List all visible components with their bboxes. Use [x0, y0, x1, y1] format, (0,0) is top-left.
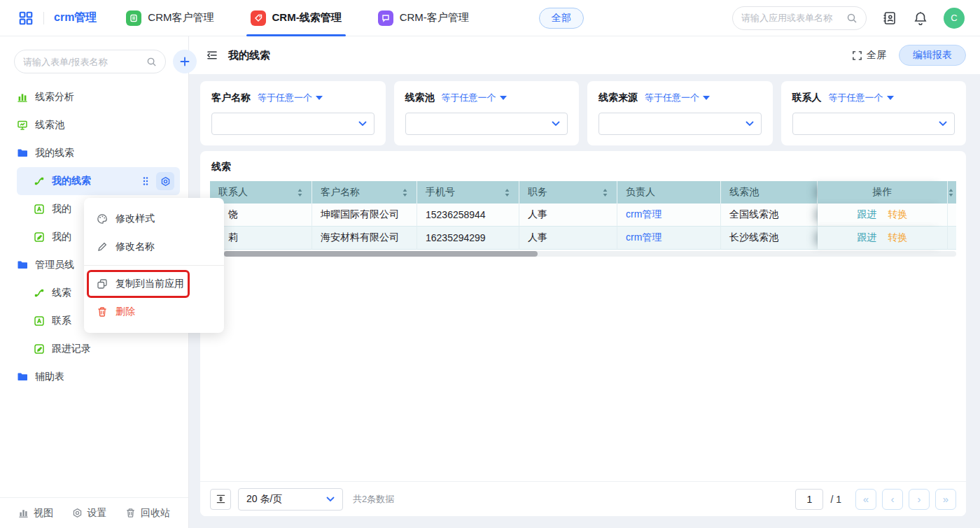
- all-apps-pill[interactable]: 全部: [539, 8, 584, 29]
- form-search-input[interactable]: [23, 57, 146, 67]
- folder-icon: [17, 259, 28, 271]
- form-search-box[interactable]: [14, 50, 166, 73]
- tab-crm-client-mgmt[interactable]: CRM-客户管理: [378, 0, 469, 36]
- recycle-bin-button[interactable]: 回收站: [125, 507, 170, 520]
- sidebar-folder-aux-tables[interactable]: 辅助表: [0, 363, 188, 391]
- col-header-job[interactable]: 职务: [519, 181, 617, 204]
- sidebar-item-followup-records[interactable]: 跟进记录: [0, 335, 188, 363]
- current-app-link[interactable]: crm管理: [54, 10, 97, 25]
- user-avatar[interactable]: C: [944, 8, 965, 29]
- row-height-button[interactable]: [210, 489, 231, 510]
- menu-item-label: 修改名称: [115, 241, 155, 253]
- main-header: 我的线索 全屏 编辑报表: [189, 36, 980, 74]
- sort-icon[interactable]: [402, 188, 408, 197]
- menu-item-copy-to-app[interactable]: 复制到当前应用: [84, 270, 224, 298]
- tab-crm-lead-mgmt[interactable]: CRM-线索管理: [251, 0, 342, 36]
- filter-card-lead-pool: 线索池 等于任意一个: [394, 81, 580, 145]
- board-icon: [17, 120, 28, 131]
- horizontal-scrollbar-track[interactable]: [210, 251, 956, 257]
- app-tabs: CRM客户管理 CRM-线索管理 CRM-客户管理 全部: [126, 0, 583, 36]
- follow-up-link[interactable]: 跟进: [858, 208, 877, 221]
- tab-crm-customer-mgmt[interactable]: CRM客户管理: [126, 0, 214, 36]
- owner-link[interactable]: crm管理: [626, 208, 662, 221]
- filter-value-select[interactable]: [405, 113, 568, 135]
- current-page-input[interactable]: [795, 489, 823, 510]
- sidebar-item-label: 我的: [52, 231, 71, 243]
- table-row[interactable]: 莉 海安材料有限公司 16235294299 人事 crm管理 长沙线索池 跟进…: [210, 227, 956, 250]
- filter-value-select[interactable]: [598, 113, 762, 135]
- search-icon: [146, 57, 157, 67]
- sort-icon[interactable]: [602, 188, 608, 197]
- prev-page-button[interactable]: ‹: [882, 489, 903, 510]
- views-button[interactable]: 视图: [18, 507, 53, 520]
- sidebar-item-my-leads[interactable]: 我的线索: [17, 167, 180, 195]
- contact-form-icon: [34, 315, 45, 327]
- settings-button[interactable]: 设置: [72, 507, 107, 520]
- page-size-select[interactable]: 20 条/页: [238, 488, 343, 511]
- filter-operator[interactable]: 等于任意一个: [645, 92, 710, 104]
- first-page-button[interactable]: «: [855, 489, 876, 510]
- convert-link[interactable]: 转换: [888, 208, 908, 221]
- search-icon: [846, 13, 858, 24]
- divider: [43, 12, 44, 24]
- next-page-button[interactable]: ›: [909, 489, 930, 510]
- drag-handle-icon[interactable]: [142, 176, 149, 186]
- tab-label: CRM-客户管理: [400, 11, 469, 24]
- pipeline-icon: [34, 176, 45, 187]
- chevron-down-icon: [939, 121, 947, 127]
- edit-report-button[interactable]: 编辑报表: [899, 45, 966, 66]
- sidebar-item-lead-analysis[interactable]: 线索分析: [0, 83, 188, 111]
- notifications-bell-icon[interactable]: [913, 10, 928, 26]
- item-settings-gear-icon[interactable]: [156, 172, 174, 190]
- col-header-phone[interactable]: 手机号: [417, 181, 519, 204]
- col-header-company[interactable]: 客户名称: [312, 181, 417, 204]
- sort-icon[interactable]: [297, 188, 303, 197]
- header-actions: 全屏 编辑报表: [852, 45, 966, 66]
- sidebar-item-lead-pool[interactable]: 线索池: [0, 111, 188, 139]
- contacts-icon[interactable]: [882, 10, 897, 26]
- footer-label: 设置: [88, 507, 107, 520]
- menu-item-edit-style[interactable]: 修改样式: [84, 205, 224, 233]
- sidebar-footer: 视图 设置 回收站: [0, 497, 188, 528]
- footer-label: 回收站: [141, 507, 170, 520]
- filter-label: 线索池: [405, 92, 435, 104]
- chart-icon: [17, 92, 28, 103]
- convert-link[interactable]: 转换: [888, 231, 908, 244]
- global-search-box[interactable]: [732, 6, 867, 30]
- topbar: crm管理 CRM客户管理 CRM-线索管理: [0, 0, 980, 36]
- horizontal-scrollbar-thumb[interactable]: [224, 251, 538, 257]
- collapse-sidebar-icon[interactable]: [206, 49, 218, 62]
- app-tile-icon: [126, 10, 141, 26]
- app-tile-icon: [378, 10, 393, 26]
- filter-operator[interactable]: 等于任意一个: [442, 92, 507, 104]
- col-header-actions: 操作: [818, 181, 948, 204]
- sidebar-item-label: 管理员线: [35, 259, 74, 271]
- last-page-button[interactable]: »: [935, 489, 956, 510]
- filter-value-select[interactable]: [211, 113, 374, 135]
- sort-icon[interactable]: [504, 188, 510, 197]
- global-search-input[interactable]: [741, 13, 846, 23]
- cell-clipped: [948, 204, 956, 227]
- filter-row: 客户名称 等于任意一个 线索池 等于任意一个: [200, 81, 966, 145]
- fullscreen-button[interactable]: 全屏: [852, 49, 886, 62]
- tab-label: CRM客户管理: [148, 11, 214, 24]
- filter-operator[interactable]: 等于任意一个: [258, 92, 323, 104]
- filter-value-select[interactable]: [792, 113, 955, 135]
- apps-grid-icon[interactable]: [18, 10, 34, 26]
- cell-contact: 饶: [210, 204, 312, 227]
- sidebar-folder-my-leads[interactable]: 我的线索: [0, 139, 188, 167]
- sidebar-item-label: 跟进记录: [52, 343, 91, 355]
- owner-link[interactable]: crm管理: [626, 231, 662, 244]
- chevron-down-icon: [326, 497, 335, 502]
- col-header-pool[interactable]: 线索池: [721, 181, 818, 204]
- col-header-contact[interactable]: 联系人: [210, 181, 312, 204]
- follow-up-link[interactable]: 跟进: [858, 231, 877, 244]
- table-row[interactable]: 饶 坤曜国际有限公司 15236258944 人事 crm管理 全国线索池 跟进…: [210, 204, 956, 227]
- col-header-owner[interactable]: 负责人: [617, 181, 721, 204]
- filter-operator[interactable]: 等于任意一个: [829, 92, 894, 104]
- menu-item-delete[interactable]: 删除: [84, 298, 224, 326]
- topbar-left: crm管理: [0, 10, 97, 26]
- tab-label: CRM-线索管理: [272, 11, 342, 24]
- menu-item-rename[interactable]: 修改名称: [84, 233, 224, 261]
- add-form-button[interactable]: [173, 50, 197, 73]
